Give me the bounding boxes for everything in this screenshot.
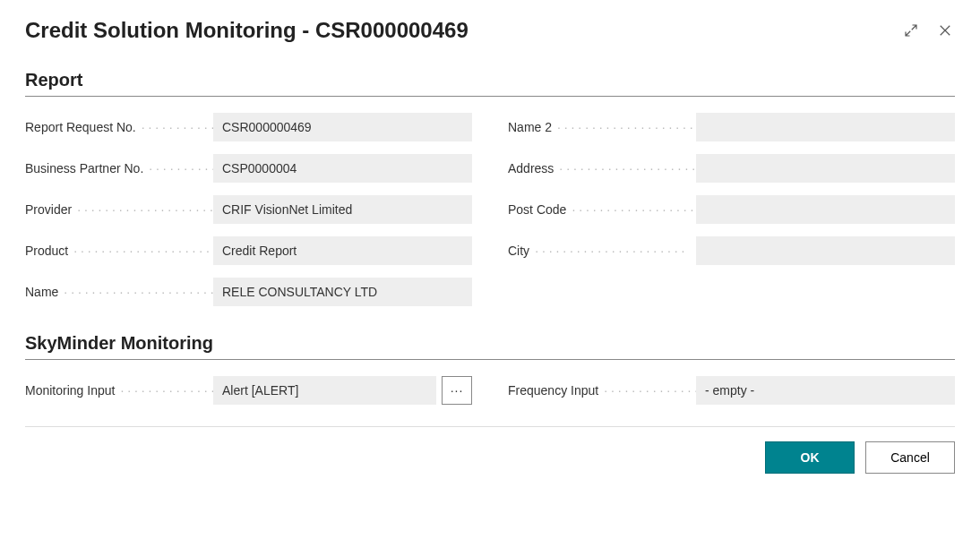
name2-label: Name 2 (508, 120, 696, 134)
cancel-button[interactable]: Cancel (865, 441, 955, 474)
name2-row: Name 2 (508, 113, 955, 141)
monitoring-fields: Monitoring Input ··· Frequency Input (25, 376, 955, 405)
section-heading-report: Report (25, 70, 955, 97)
name-label: Name (25, 285, 213, 299)
provider-label: Provider (25, 202, 213, 217)
address-row: Address (508, 154, 955, 183)
product-row: Product (25, 236, 472, 265)
business-partner-no-field[interactable] (213, 154, 472, 183)
monitoring-input-row: Monitoring Input ··· (25, 376, 472, 405)
header-actions (901, 21, 955, 40)
report-request-no-label: Report Request No. (25, 120, 213, 134)
section-heading-monitoring: SkyMinder Monitoring (25, 333, 955, 360)
name-row: Name (25, 278, 472, 306)
provider-row: Provider (25, 195, 472, 224)
provider-field[interactable] (213, 195, 472, 224)
postcode-field[interactable] (696, 195, 955, 224)
dialog-card: Credit Solution Monitoring - CSR00000046… (0, 0, 980, 492)
monitoring-input-field[interactable] (213, 376, 436, 405)
name-field[interactable] (213, 278, 472, 306)
postcode-label: Post Code (508, 202, 696, 217)
frequency-input-row: Frequency Input (508, 376, 955, 405)
report-right-column: Name 2 Address Post Code City (508, 113, 955, 306)
city-field[interactable] (696, 236, 955, 265)
address-label: Address (508, 161, 696, 175)
expand-icon[interactable] (901, 21, 921, 40)
postcode-row: Post Code (508, 195, 955, 224)
business-partner-no-label: Business Partner No. (25, 161, 213, 175)
dialog-footer: OK Cancel (25, 426, 955, 474)
product-label: Product (25, 244, 213, 258)
frequency-input-label: Frequency Input (508, 383, 696, 398)
business-partner-no-row: Business Partner No. (25, 154, 472, 183)
monitoring-input-label: Monitoring Input (25, 383, 213, 398)
frequency-input-field[interactable] (696, 376, 955, 405)
name2-field[interactable] (696, 113, 955, 141)
report-fields: Report Request No. Business Partner No. … (25, 113, 955, 306)
dialog-header: Credit Solution Monitoring - CSR00000046… (25, 18, 955, 43)
monitoring-right-column: Frequency Input (508, 376, 955, 405)
city-row: City (508, 236, 955, 265)
ok-button[interactable]: OK (765, 441, 855, 474)
address-field[interactable] (696, 154, 955, 183)
report-request-no-field[interactable] (213, 113, 472, 141)
report-left-column: Report Request No. Business Partner No. … (25, 113, 472, 306)
product-field[interactable] (213, 236, 472, 265)
monitoring-input-wrap: ··· (213, 376, 472, 405)
close-icon[interactable] (935, 21, 955, 40)
page-title: Credit Solution Monitoring - CSR00000046… (25, 18, 469, 43)
report-request-no-row: Report Request No. (25, 113, 472, 141)
city-label: City (508, 244, 696, 258)
monitoring-input-lookup-button[interactable]: ··· (442, 376, 472, 405)
ellipsis-icon: ··· (451, 383, 464, 398)
monitoring-left-column: Monitoring Input ··· (25, 376, 472, 405)
